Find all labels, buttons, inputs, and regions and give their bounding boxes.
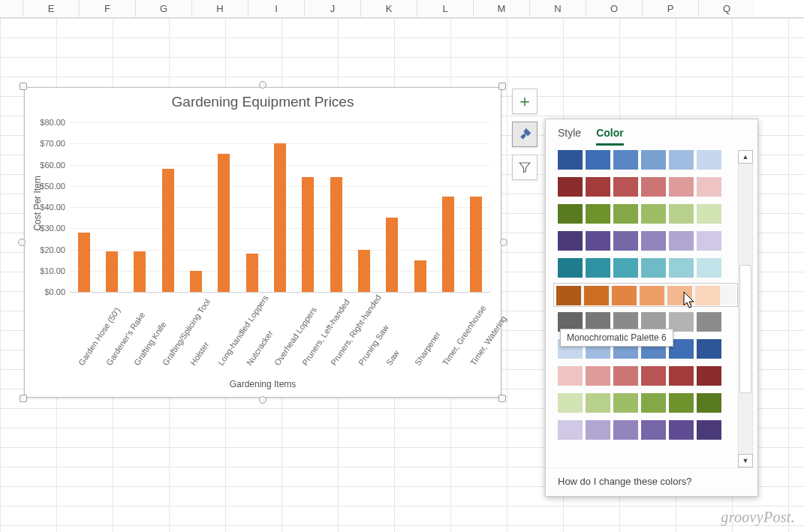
color-swatch[interactable]	[558, 393, 583, 413]
plot-area[interactable]: $0.00$10.00$20.00$30.00$40.00$50.00$60.0…	[70, 122, 490, 292]
color-swatch[interactable]	[641, 366, 666, 386]
column-header[interactable]: L	[417, 0, 473, 17]
color-swatch[interactable]	[558, 420, 583, 440]
color-swatch[interactable]	[586, 177, 610, 197]
resize-handle-tr[interactable]	[498, 83, 506, 90]
color-swatch[interactable]	[613, 177, 638, 197]
palette-row[interactable]	[558, 204, 733, 224]
column-header[interactable]: F	[79, 0, 135, 17]
color-swatch[interactable]	[558, 258, 583, 278]
bar[interactable]	[246, 254, 258, 292]
color-swatch[interactable]	[558, 177, 583, 197]
color-swatch[interactable]	[697, 312, 721, 332]
palette-row[interactable]	[558, 177, 733, 197]
bar[interactable]	[330, 177, 342, 292]
scroll-down-button[interactable]: ▼	[738, 454, 753, 467]
bar[interactable]	[134, 251, 146, 292]
x-axis-labels[interactable]: Garden Hose (50')Gardener's RakeGrafting…	[70, 295, 490, 367]
palette-row[interactable]	[558, 366, 733, 386]
column-header[interactable]: J	[304, 0, 360, 17]
color-swatch[interactable]	[613, 150, 638, 170]
color-swatch[interactable]	[697, 393, 721, 413]
color-swatch[interactable]	[669, 231, 694, 251]
color-swatch[interactable]	[558, 204, 583, 224]
palette-row[interactable]	[558, 420, 733, 440]
color-swatch[interactable]	[613, 393, 638, 413]
tab-style[interactable]: Style	[558, 127, 581, 146]
bar[interactable]	[78, 233, 90, 292]
color-swatch[interactable]	[558, 150, 583, 170]
color-swatch[interactable]	[613, 231, 638, 251]
column-header[interactable]: P	[642, 0, 698, 17]
color-swatch[interactable]	[669, 420, 694, 440]
resize-handle-br[interactable]	[498, 395, 506, 402]
color-swatch[interactable]	[586, 204, 610, 224]
color-swatch[interactable]	[669, 258, 694, 278]
color-swatch[interactable]	[641, 204, 666, 224]
tab-color[interactable]: Color	[596, 127, 624, 146]
column-header[interactable]: E	[23, 0, 79, 17]
color-swatch[interactable]	[586, 420, 610, 440]
bar[interactable]	[302, 177, 314, 292]
color-swatch[interactable]	[613, 204, 638, 224]
resize-handle-mr[interactable]	[500, 239, 507, 246]
chart-filters-button[interactable]	[512, 155, 538, 180]
column-header[interactable]: I	[248, 0, 304, 17]
color-swatch[interactable]	[586, 150, 610, 170]
color-swatch[interactable]	[669, 177, 694, 197]
color-swatch[interactable]	[669, 366, 694, 386]
color-swatch[interactable]	[584, 286, 609, 305]
bar[interactable]	[442, 197, 454, 292]
bar[interactable]	[414, 260, 426, 292]
scroll-up-button[interactable]: ▲	[738, 150, 753, 164]
color-swatch[interactable]	[641, 177, 666, 197]
color-swatch[interactable]	[586, 393, 610, 413]
chart-elements-button[interactable]: ＋	[512, 89, 538, 114]
color-swatch[interactable]	[641, 420, 666, 440]
color-swatch[interactable]	[695, 286, 720, 305]
palette-row[interactable]	[558, 258, 733, 278]
column-header[interactable]: K	[360, 0, 417, 17]
chart-styles-button[interactable]	[512, 122, 538, 147]
bar[interactable]	[274, 143, 286, 292]
color-swatch[interactable]	[697, 339, 721, 359]
bar[interactable]	[470, 197, 482, 292]
color-swatch[interactable]	[586, 231, 610, 251]
color-swatch[interactable]	[669, 204, 694, 224]
chart-title[interactable]: Gardening Equipment Prices	[25, 88, 501, 110]
scroll-thumb[interactable]	[739, 265, 751, 392]
x-axis-title[interactable]: Gardening Items	[25, 379, 501, 389]
bar[interactable]	[106, 251, 118, 292]
color-swatch[interactable]	[640, 286, 664, 305]
palette-row[interactable]	[558, 231, 733, 251]
resize-handle-tm[interactable]	[259, 81, 266, 89]
chart-object[interactable]: Gardening Equipment Prices Cost Per Item…	[20, 83, 506, 402]
palette-row[interactable]	[558, 393, 733, 413]
popup-footer-link[interactable]: How do I change these colors?	[546, 467, 757, 496]
color-swatch[interactable]	[697, 258, 721, 278]
color-swatch[interactable]	[641, 150, 666, 170]
color-swatch[interactable]	[697, 204, 721, 224]
color-swatch[interactable]	[669, 150, 694, 170]
color-swatch[interactable]	[641, 393, 666, 413]
resize-handle-bl[interactable]	[20, 395, 27, 402]
bar[interactable]	[386, 218, 398, 292]
palette-row[interactable]	[558, 150, 733, 170]
color-swatch[interactable]	[613, 366, 638, 386]
color-swatch[interactable]	[697, 231, 721, 251]
scroll-track[interactable]	[738, 164, 753, 454]
color-swatch[interactable]	[669, 393, 694, 413]
resize-handle-tl[interactable]	[20, 83, 27, 90]
column-header[interactable]: M	[473, 0, 529, 17]
bar[interactable]	[358, 250, 370, 293]
color-swatch[interactable]	[697, 420, 721, 440]
column-header[interactable]: G	[135, 0, 191, 17]
color-swatch[interactable]	[697, 366, 721, 386]
color-swatch[interactable]	[697, 177, 721, 197]
color-swatch[interactable]	[613, 258, 638, 278]
color-swatch[interactable]	[641, 231, 666, 251]
color-swatch[interactable]	[697, 150, 721, 170]
color-swatch[interactable]	[613, 420, 638, 440]
column-header[interactable]: N	[529, 0, 586, 17]
bar[interactable]	[218, 154, 230, 292]
